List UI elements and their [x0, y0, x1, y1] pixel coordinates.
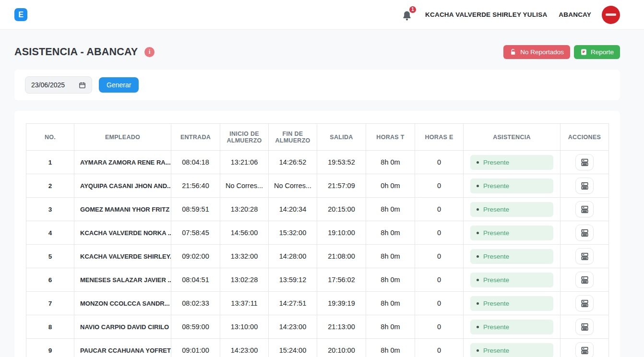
view-details-button[interactable]: [575, 248, 594, 264]
cell-horas-t: 8h 0m: [366, 339, 415, 357]
cell-acciones: [561, 151, 609, 174]
cell-entrada: 08:04:51: [171, 268, 220, 292]
list-icon: [580, 322, 589, 332]
list-icon: [580, 158, 589, 167]
view-details-button[interactable]: [575, 342, 594, 357]
pdf-file-icon: [580, 48, 587, 56]
cell-empleado: KCACHA VALVERDE NORKA ...: [74, 221, 171, 245]
status-badge: Presente: [470, 155, 553, 170]
attendance-table: NO. EMPLEADO ENTRADA INICIO DE ALMUERZO …: [26, 123, 609, 357]
status-badge: Presente: [470, 202, 553, 217]
view-details-button[interactable]: [575, 225, 594, 241]
header-fin-almuerzo: FIN DE ALMUERZO: [269, 124, 317, 151]
user-name[interactable]: KCACHA VALVERDE SHIRLEY YULISA: [425, 11, 547, 18]
date-input[interactable]: 23/06/2025: [25, 76, 92, 94]
header-no: NO.: [26, 124, 74, 151]
table-row: 5 KCACHA VALVERDE SHIRLEY... 09:02:00 13…: [26, 245, 609, 268]
status-badge: Presente: [470, 296, 553, 311]
cell-entrada: 09:01:00: [171, 339, 220, 357]
cell-horas-e: 0: [415, 339, 464, 357]
view-details-button[interactable]: [575, 201, 594, 217]
status-dot-icon: [477, 349, 479, 352]
no-reportados-button[interactable]: No Reportados: [503, 45, 570, 59]
cell-inicio-almuerzo: 13:21:06: [220, 151, 269, 174]
filter-card: 23/06/2025 Generar: [14, 70, 620, 100]
generar-button[interactable]: Generar: [99, 77, 139, 93]
status-badge: Presente: [470, 249, 553, 264]
app-logo-letter: E: [18, 11, 24, 19]
reporte-button[interactable]: Reporte: [574, 45, 620, 59]
cell-fin-almuerzo: 14:28:00: [269, 245, 317, 268]
view-details-button[interactable]: [575, 154, 594, 170]
cell-horas-e: 0: [415, 221, 464, 245]
header-acciones: ACCIONES: [561, 124, 609, 151]
cell-horas-t: 8h 0m: [366, 315, 415, 339]
page-title: ASISTENCIA - ABANCAY: [14, 46, 138, 58]
header-salida: SALIDA: [317, 124, 366, 151]
status-badge: Presente: [470, 178, 553, 193]
avatar-logo-mark: [606, 13, 616, 16]
cell-acciones: [561, 292, 609, 315]
cell-asistencia: Presente: [464, 292, 561, 315]
cell-horas-e: 0: [415, 198, 464, 221]
cell-asistencia: Presente: [464, 174, 561, 198]
cell-fin-almuerzo: 14:23:00: [269, 315, 317, 339]
status-dot-icon: [477, 208, 479, 211]
cell-horas-t: 8h 0m: [366, 245, 415, 268]
header-horas-e: HORAS E: [415, 124, 464, 151]
info-icon[interactable]: i: [144, 47, 155, 57]
calendar-icon: [79, 82, 86, 89]
cell-no: 8: [26, 315, 74, 339]
status-badge: Presente: [470, 320, 553, 334]
cell-salida: 20:10:00: [317, 339, 366, 357]
status-badge: Presente: [470, 273, 553, 287]
table-row: 6 MENESES SALAZAR JAVIER ... 08:04:51 13…: [26, 268, 609, 292]
unlock-icon: [510, 48, 517, 56]
header-horas-t: HORAS T: [366, 124, 415, 151]
cell-acciones: [561, 339, 609, 357]
cell-asistencia: Presente: [464, 315, 561, 339]
view-details-button[interactable]: [575, 295, 594, 311]
notifications-button[interactable]: 1: [401, 8, 415, 22]
view-details-button[interactable]: [575, 319, 594, 335]
table-row: 8 NAVIO CARPIO DAVID CIRILO 08:59:00 13:…: [26, 315, 609, 339]
cell-empleado: MENESES SALAZAR JAVIER ...: [74, 268, 171, 292]
cell-entrada: 21:56:40: [171, 174, 220, 198]
cell-inicio-almuerzo: 13:32:00: [220, 245, 269, 268]
status-dot-icon: [477, 232, 479, 234]
cell-salida: 19:39:19: [317, 292, 366, 315]
cell-horas-t: 8h 0m: [366, 151, 415, 174]
cell-asistencia: Presente: [464, 245, 561, 268]
cell-entrada: 08:59:00: [171, 315, 220, 339]
cell-salida: 20:15:00: [317, 198, 366, 221]
cell-fin-almuerzo: 14:27:51: [269, 292, 317, 315]
status-dot-icon: [477, 326, 479, 328]
app-logo[interactable]: E: [14, 8, 27, 21]
cell-fin-almuerzo: 15:24:00: [269, 339, 317, 357]
list-icon: [580, 181, 589, 190]
cell-inicio-almuerzo: 13:37:11: [220, 292, 269, 315]
list-icon: [580, 299, 589, 308]
cell-acciones: [561, 268, 609, 292]
cell-entrada: 08:04:18: [171, 151, 220, 174]
status-dot-icon: [477, 161, 479, 164]
cell-salida: 21:08:00: [317, 245, 366, 268]
table-row: 7 MONZON CCOLCCA SANDR... 08:02:33 13:37…: [26, 292, 609, 315]
cell-fin-almuerzo: 15:32:00: [269, 221, 317, 245]
cell-empleado: PAUCAR CCAHUANA YOFRET: [74, 339, 171, 357]
view-details-button[interactable]: [575, 272, 594, 288]
top-navbar: E 1 KCACHA VALVERDE SHIRLEY YULISA ABANC…: [0, 0, 644, 30]
cell-fin-almuerzo: 14:20:34: [269, 198, 317, 221]
cell-entrada: 07:58:45: [171, 221, 220, 245]
header-empleado: EMPLEADO: [74, 124, 171, 151]
location-label[interactable]: ABANCAY: [559, 11, 591, 18]
cell-horas-t: 8h 0m: [366, 198, 415, 221]
cell-no: 2: [26, 174, 74, 198]
cell-salida: 19:10:00: [317, 221, 366, 245]
cell-horas-e: 0: [415, 315, 464, 339]
view-details-button[interactable]: [575, 178, 594, 194]
cell-horas-e: 0: [415, 151, 464, 174]
avatar[interactable]: [602, 6, 620, 24]
cell-horas-t: 8h 0m: [366, 292, 415, 315]
attendance-table-body: 1 AYMARA ZAMORA RENE RA... 08:04:18 13:2…: [26, 151, 609, 357]
